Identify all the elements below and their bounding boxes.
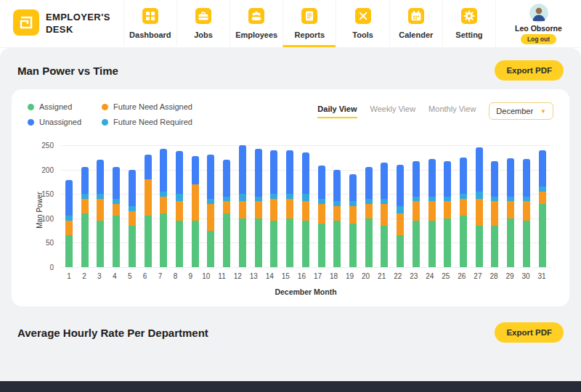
bar-day-16: [302, 145, 309, 267]
user-profile[interactable]: Leo Obsorne Log out: [495, 0, 581, 47]
nav-label-reports: Reports: [295, 30, 325, 39]
bar-day-5: [129, 145, 136, 267]
x-tick-2: 2: [81, 272, 88, 280]
nav-item-setting[interactable]: Setting: [442, 0, 495, 47]
x-tick-24: 24: [426, 272, 434, 280]
bar-day-29: [507, 145, 514, 267]
nav-item-reports[interactable]: Reports: [283, 0, 336, 47]
x-tick-18: 18: [330, 272, 338, 280]
nav-item-dashboard[interactable]: Dashboard: [123, 0, 176, 47]
x-tick-22: 22: [394, 272, 402, 280]
nav-label-jobs: Jobs: [194, 30, 213, 39]
bar-day-15: [286, 145, 293, 267]
nav-item-jobs[interactable]: Jobs: [176, 0, 229, 47]
avatar: [529, 4, 548, 23]
nav-label-tools: Tools: [352, 30, 373, 39]
bar-day-24: [428, 145, 436, 267]
export-pdf-button-manpower[interactable]: Export PDF: [495, 60, 564, 81]
bar-day-14: [270, 145, 277, 267]
x-tick-19: 19: [346, 272, 354, 280]
bar-day-2: [81, 145, 89, 267]
month-select-dropdown[interactable]: December ▼: [489, 102, 553, 120]
briefcase-icon: [195, 8, 211, 27]
employers-desk-logo-icon: [13, 9, 39, 38]
gear-icon: [461, 8, 477, 27]
x-tick-20: 20: [362, 272, 370, 280]
x-tick-28: 28: [489, 272, 497, 280]
export-pdf-button-avg-rate[interactable]: Export PDF: [495, 322, 564, 343]
tab-daily-view[interactable]: Daily View: [317, 105, 357, 118]
bar-day-30: [523, 145, 530, 267]
x-tick-15: 15: [282, 272, 290, 280]
x-tick-13: 13: [250, 272, 258, 280]
x-tick-3: 3: [96, 272, 103, 280]
bar-day-8: [176, 145, 183, 267]
man-power-section-header: Man Power vs Time Export PDF: [0, 48, 581, 89]
brand-name: EMPLOYER'S DESK: [46, 12, 110, 36]
dashboard-icon: [142, 8, 158, 27]
x-tick-5: 5: [126, 272, 134, 280]
nav-item-employees[interactable]: Employees: [229, 0, 283, 47]
nav-label-employees: Employees: [235, 30, 277, 39]
bar-day-11: [223, 145, 230, 267]
x-tick-14: 14: [266, 272, 274, 280]
nav-label-setting: Setting: [455, 30, 482, 39]
nav-item-tools[interactable]: Tools: [336, 0, 389, 47]
x-tick-17: 17: [314, 272, 322, 280]
main-content: Man Power vs Time Export PDF Assigned Fu…: [0, 48, 581, 381]
x-tick-26: 26: [458, 272, 466, 280]
bars-row: [61, 145, 550, 267]
chart-legend: Assigned Future Need Assigned Unassigned…: [28, 102, 192, 126]
x-tick-6: 6: [142, 272, 149, 280]
view-controls: Daily View Weekly View Monthly View Dece…: [317, 102, 553, 120]
bar-day-20: [365, 145, 373, 267]
bar-day-7: [160, 145, 167, 267]
footer-bar: [0, 381, 581, 392]
bar-day-25: [444, 145, 451, 267]
bar-day-1: [65, 145, 73, 267]
bar-day-31: [539, 145, 546, 267]
brand-logo[interactable]: EMPLOYER'S DESK: [0, 0, 123, 47]
plot-area: 050100150200250: [61, 145, 550, 267]
x-tick-23: 23: [410, 272, 418, 280]
x-tick-16: 16: [298, 272, 306, 280]
nav-item-calender[interactable]: Calender: [389, 0, 442, 47]
logout-button[interactable]: Log out: [521, 34, 556, 44]
x-axis-label: December Month: [61, 287, 550, 296]
employees-icon: [248, 8, 264, 27]
nav-label-calender: Calender: [399, 30, 433, 39]
nav-label-dashboard: Dashboard: [129, 30, 171, 39]
bar-day-22: [397, 145, 404, 267]
x-tick-25: 25: [442, 272, 450, 280]
x-tick-29: 29: [505, 272, 513, 280]
x-tick-31: 31: [538, 272, 546, 280]
main-nav: Dashboard Jobs Employees: [123, 0, 495, 47]
bar-day-12: [239, 145, 246, 267]
bar-day-27: [476, 145, 483, 267]
bar-day-9: [192, 145, 199, 267]
x-tick-8: 8: [171, 272, 179, 280]
tab-monthly-view[interactable]: Monthly View: [428, 105, 476, 118]
unassigned-legend-dot: [28, 119, 34, 126]
x-tick-21: 21: [378, 272, 386, 280]
bar-day-28: [491, 145, 498, 267]
bar-day-21: [381, 145, 388, 267]
x-tick-10: 10: [202, 272, 210, 280]
chevron-down-icon: ▼: [540, 108, 546, 115]
bar-day-6: [145, 145, 152, 267]
x-tick-4: 4: [111, 272, 118, 280]
bar-day-23: [413, 145, 420, 267]
man-power-chart: Man Power 050100150200250 12345678910111…: [28, 145, 553, 296]
bar-day-13: [255, 145, 262, 267]
x-tick-30: 30: [522, 272, 530, 280]
tools-icon: [355, 8, 371, 27]
man-power-title: Man Power vs Time: [17, 65, 118, 77]
legend-label: Future Need Assigned: [113, 102, 192, 111]
future-need-assigned-legend-dot: [102, 104, 108, 110]
tab-weekly-view[interactable]: Weekly View: [370, 105, 416, 118]
user-name: Leo Obsorne: [515, 24, 562, 33]
bar-day-3: [97, 145, 104, 267]
x-tick-1: 1: [65, 272, 73, 280]
x-tick-9: 9: [187, 272, 194, 280]
man-power-chart-card: Assigned Future Need Assigned Unassigned…: [12, 89, 569, 306]
